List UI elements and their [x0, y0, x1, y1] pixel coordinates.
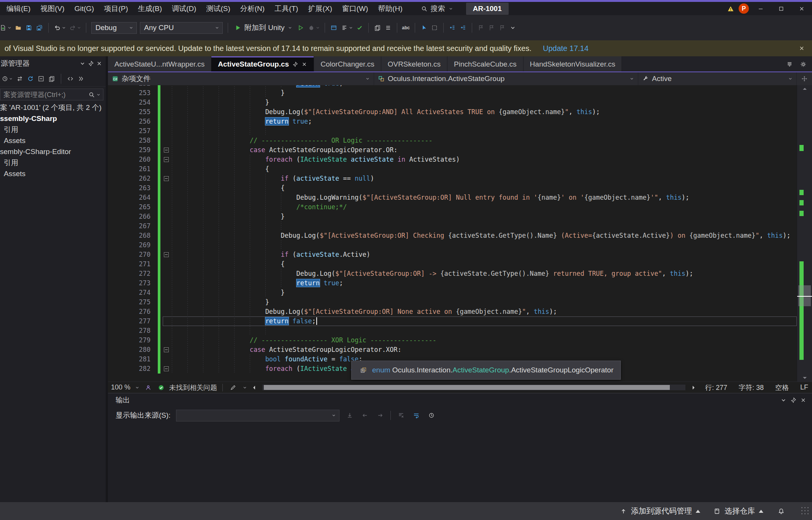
output-body[interactable]: [108, 424, 812, 502]
tab-activestateu-ntwrapper-cs[interactable]: ActiveStateU...ntWrapper.cs: [108, 56, 211, 72]
solution-tree-item-5[interactable]: 引用: [0, 157, 106, 168]
chevron-down-icon[interactable]: [779, 395, 788, 405]
close-button[interactable]: [793, 2, 810, 15]
menu-5[interactable]: 调试(D): [167, 2, 201, 15]
menu-10[interactable]: 窗口(W): [337, 2, 373, 15]
eol-indicator[interactable]: LF: [800, 383, 808, 391]
code-line-254[interactable]: 254}: [108, 98, 797, 107]
settings-gear-icon[interactable]: [798, 59, 808, 69]
tab-pinchscalecube-cs[interactable]: PinchScaleCube.cs: [447, 56, 523, 72]
menu-1[interactable]: 视图(V): [35, 2, 69, 15]
pen-icon[interactable]: [228, 383, 238, 393]
code-line-261[interactable]: 261{: [108, 164, 797, 174]
horizontal-scroll-thumb[interactable]: [264, 385, 670, 390]
copy-docs-icon[interactable]: [372, 24, 383, 32]
indent-decrease-icon[interactable]: [447, 24, 458, 32]
solution-tree-item-2[interactable]: 引用: [0, 124, 106, 135]
code-line-279[interactable]: 279// ----------------- XOR Logic ------…: [108, 336, 797, 345]
whitespace-mode-indicator[interactable]: 空格: [775, 383, 789, 392]
add-to-source-control-button[interactable]: 添加到源代码管理: [620, 506, 700, 516]
menu-0[interactable]: 编辑(E): [2, 2, 35, 15]
bookmark-prev-icon[interactable]: [497, 24, 508, 32]
prev-message-icon[interactable]: [360, 412, 370, 419]
code-line-269[interactable]: 269: [108, 240, 797, 250]
vertical-scrollbar[interactable]: [797, 85, 812, 382]
solution-tree-item-4[interactable]: sembly-CSharp-Editor: [0, 146, 106, 157]
hot-reload-icon[interactable]: [306, 24, 321, 32]
code-line-271[interactable]: 271{: [108, 259, 797, 269]
code-line-277[interactable]: 277return false;: [108, 316, 797, 326]
code-line-275[interactable]: 275}: [108, 297, 797, 307]
box-select-icon[interactable]: [429, 24, 440, 32]
warning-icon[interactable]: [726, 4, 736, 14]
collapse-all-icon[interactable]: [36, 75, 46, 83]
history-filter-icon[interactable]: [0, 75, 14, 83]
sync-active-document-icon[interactable]: [47, 75, 57, 83]
tab-colorchanger-cs[interactable]: ColorChanger.cs: [314, 56, 381, 72]
pin-icon[interactable]: [788, 395, 798, 405]
code-line-276[interactable]: 276Debug.Log($"[ActiveStateGroup:OR] Non…: [108, 307, 797, 316]
code-line-280[interactable]: 280case ActiveStateGroupLogicOperator.XO…: [108, 345, 797, 355]
code-line-267[interactable]: 267: [108, 221, 797, 231]
code-line-260[interactable]: 260foreach (IActiveState activeState in …: [108, 155, 797, 164]
health-check-icon[interactable]: [157, 383, 165, 393]
more-tools-icon[interactable]: [76, 75, 86, 83]
code-line-266[interactable]: 266}: [108, 212, 797, 221]
scroll-right-icon[interactable]: [690, 383, 697, 393]
code-line-272[interactable]: 272Debug.Log($"[ActiveStateGroup:OR] -> …: [108, 269, 797, 278]
menu-7[interactable]: 分析(N): [235, 2, 270, 15]
preview-window-icon[interactable]: [328, 24, 339, 32]
tab-activestategroup-cs[interactable]: ActiveStateGroup.cs: [211, 56, 314, 72]
code-line-273[interactable]: 273return true;: [108, 278, 797, 288]
account-avatar[interactable]: P: [739, 3, 749, 14]
refresh-icon[interactable]: [25, 75, 35, 83]
save-all-icon[interactable]: [34, 24, 45, 32]
solution-config-select[interactable]: Debug: [91, 22, 137, 34]
select-repository-button[interactable]: 选择仓库: [713, 506, 763, 516]
menu-11[interactable]: 帮助(H): [373, 2, 407, 15]
problems-status[interactable]: 未找到相关问题: [169, 383, 217, 392]
switch-view-icon[interactable]: [15, 75, 25, 83]
breadcrumb-section-2[interactable]: Active: [638, 72, 797, 85]
menu-9[interactable]: 扩展(X): [303, 2, 337, 15]
split-window-icon[interactable]: [797, 72, 812, 85]
output-source-select[interactable]: [176, 410, 339, 421]
tab-ovrskeleton-cs[interactable]: OVRSkeleton.cs: [381, 56, 447, 72]
scroll-down-icon[interactable]: [797, 374, 812, 382]
chevron-down-icon[interactable]: [78, 59, 87, 68]
code-line-263[interactable]: 263{: [108, 183, 797, 193]
solution-name-badge[interactable]: AR-1001: [466, 3, 509, 15]
bookmark-icon[interactable]: [476, 24, 486, 32]
notifications-bell-icon[interactable]: [776, 506, 786, 516]
code-line-255[interactable]: 255Debug.Log($"[ActiveStateGroup:AND] Al…: [108, 107, 797, 117]
open-file-icon[interactable]: [13, 24, 24, 32]
breadcrumb-section-0[interactable]: C#杂项文件: [108, 72, 374, 85]
menu-6[interactable]: 测试(S): [201, 2, 235, 15]
spell-check-icon[interactable]: abc: [401, 24, 411, 32]
solution-search-box[interactable]: 案资源管理器(Ctrl+;): [0, 89, 103, 100]
code-line-258[interactable]: 258// ----------------- OR Logic -------…: [108, 136, 797, 145]
close-icon[interactable]: [95, 59, 103, 68]
code-line-274[interactable]: 274}: [108, 288, 797, 297]
document-list-icon[interactable]: [785, 59, 795, 69]
code-line-257[interactable]: 257: [108, 126, 797, 136]
scroll-up-icon[interactable]: [797, 85, 812, 93]
live-share-icon[interactable]: [143, 383, 153, 393]
pin-icon[interactable]: [87, 59, 95, 68]
breadcrumb-section-1[interactable]: Oculus.Interaction.ActiveStateGroup: [374, 72, 638, 85]
code-view-icon[interactable]: [65, 75, 75, 83]
bookmark-next-icon[interactable]: [486, 24, 497, 32]
timestamp-icon[interactable]: [427, 412, 436, 419]
code-line-268[interactable]: 268Debug.Log($"[ActiveStateGroup:OR] Che…: [108, 231, 797, 240]
clear-all-icon[interactable]: [396, 412, 406, 419]
word-wrap-icon[interactable]: [411, 412, 421, 419]
next-message-icon[interactable]: [375, 412, 385, 419]
solution-tree-item-0[interactable]: 案 'AR-1001' (2 个项目, 共 2 个): [0, 102, 106, 113]
close-icon[interactable]: [798, 395, 808, 405]
code-line-256[interactable]: 256return true;: [108, 117, 797, 126]
redo-icon[interactable]: [67, 24, 82, 32]
code-line-252[interactable]: 252return true;: [108, 85, 797, 88]
solution-tree-item-6[interactable]: Assets: [0, 168, 106, 179]
zoom-level[interactable]: 100 %: [111, 383, 130, 391]
menu-2[interactable]: Git(G): [70, 2, 99, 15]
